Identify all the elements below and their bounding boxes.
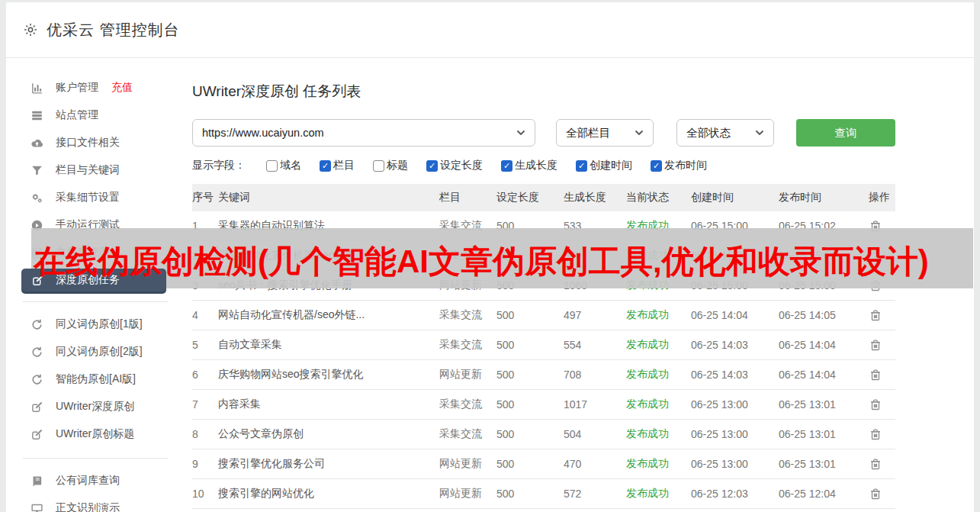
cell-created: 06-25 13:00 bbox=[691, 398, 779, 411]
watermark-text: 在线伪原创检测(几个智能AI文章伪原创工具,优化和收录而设计) bbox=[34, 240, 929, 283]
trash-icon[interactable] bbox=[869, 487, 882, 501]
trash-icon[interactable] bbox=[869, 427, 882, 442]
sidebar-item[interactable]: 正文识别演示 bbox=[6, 494, 168, 512]
cell-keyword: 庆华购物网站seo搜索引擎优化 bbox=[218, 368, 439, 382]
cell-keyword: 搜索引擎优化服务公司 bbox=[218, 457, 439, 471]
column-header: 操作 bbox=[869, 191, 895, 204]
field-checkbox[interactable]: ✓生成长度 bbox=[501, 159, 557, 172]
book-icon bbox=[31, 475, 43, 488]
cell-column: 网站更新 bbox=[439, 368, 496, 382]
trash-icon[interactable] bbox=[869, 308, 882, 323]
field-checkbox[interactable]: 标题 bbox=[373, 159, 408, 172]
cell-keyword: 内容采集 bbox=[218, 398, 439, 411]
field-checkbox-label: 标题 bbox=[387, 159, 408, 172]
checkbox-unchecked-icon[interactable] bbox=[266, 160, 278, 172]
sidebar-item[interactable]: 站点管理 bbox=[6, 101, 168, 129]
field-checkbox-label: 设定长度 bbox=[440, 159, 483, 172]
cell-column: 采集交流 bbox=[439, 338, 496, 352]
chevron-down-icon bbox=[635, 130, 644, 136]
trash-icon[interactable] bbox=[869, 368, 882, 382]
field-checkbox[interactable]: ✓创建时间 bbox=[576, 159, 632, 172]
cell-gen-length: 572 bbox=[564, 488, 626, 500]
column-header: 设定长度 bbox=[496, 191, 564, 204]
column-header: 发布时间 bbox=[779, 191, 869, 204]
sidebar-item[interactable]: 同义词伪原创[1版] bbox=[6, 311, 168, 338]
search-button[interactable]: 查询 bbox=[796, 119, 895, 147]
table-row: 9搜索引擎优化服务公司网站更新500470发布成功06-25 13:0006-2… bbox=[192, 449, 895, 479]
sidebar-item[interactable]: 同义词伪原创[2版] bbox=[6, 338, 168, 365]
cell-status: 发布成功 bbox=[626, 308, 691, 322]
table-row: 8公众号文章伪原创采集交流500504发布成功06-25 13:0006-25 … bbox=[192, 420, 895, 449]
site-select[interactable]: https://www.ucaiyun.com bbox=[192, 119, 535, 147]
cell-published: 06-25 12:04 bbox=[779, 488, 869, 500]
cell-gen-length: 708 bbox=[564, 369, 626, 381]
checkbox-checked-icon[interactable]: ✓ bbox=[651, 160, 662, 172]
sidebar-item[interactable]: 公有词库查询 bbox=[6, 467, 168, 494]
sidebar-item-label: 接口文件相关 bbox=[56, 136, 120, 150]
cell-created: 06-25 14:03 bbox=[691, 369, 779, 381]
cell-published: 06-25 14:04 bbox=[779, 339, 869, 351]
field-checkbox[interactable]: ✓栏目 bbox=[320, 159, 355, 172]
sidebar-item[interactable]: UWriter深度原创 bbox=[6, 393, 168, 420]
field-checkbox[interactable]: 域名 bbox=[266, 159, 301, 172]
cell-published: 06-25 13:01 bbox=[779, 428, 869, 440]
cell-gen-length: 554 bbox=[564, 339, 626, 351]
trash-icon[interactable] bbox=[869, 398, 882, 412]
cell-set-length: 500 bbox=[496, 398, 564, 411]
cell-published: 06-25 13:01 bbox=[779, 458, 869, 470]
edit-icon bbox=[31, 428, 43, 441]
cell-no: 8 bbox=[192, 428, 218, 440]
cell-column: 采集交流 bbox=[439, 308, 496, 322]
trash-icon[interactable] bbox=[869, 338, 882, 353]
sidebar-divider bbox=[23, 301, 168, 302]
checkbox-checked-icon[interactable]: ✓ bbox=[576, 160, 587, 172]
chevron-down-icon bbox=[755, 130, 764, 136]
cell-no: 9 bbox=[192, 458, 218, 470]
cell-created: 06-25 13:00 bbox=[691, 428, 779, 440]
trash-icon[interactable] bbox=[869, 457, 882, 472]
status-select-value: 全部状态 bbox=[686, 126, 731, 140]
bar-chart-icon bbox=[31, 82, 43, 95]
checkbox-checked-icon[interactable]: ✓ bbox=[426, 160, 438, 172]
field-checkbox[interactable]: ✓发布时间 bbox=[651, 159, 707, 172]
sidebar-item[interactable]: 栏目与关键词 bbox=[6, 156, 168, 184]
cell-no: 6 bbox=[192, 369, 218, 381]
sidebar-item[interactable]: 智能伪原创[AI版] bbox=[6, 365, 168, 393]
refresh-icon bbox=[31, 318, 43, 331]
cell-keyword: 自动文章采集 bbox=[218, 338, 439, 352]
sidebar-item[interactable]: UWriter原创标题 bbox=[6, 420, 168, 448]
sidebar-item[interactable]: 接口文件相关 bbox=[6, 129, 168, 156]
table-row: 10搜索引擎的网站优化网站更新500572发布成功06-25 12:0306-2… bbox=[192, 479, 895, 509]
recharge-badge[interactable]: 充值 bbox=[111, 81, 133, 95]
app-title: 优采云 管理控制台 bbox=[47, 20, 180, 40]
status-select[interactable]: 全部状态 bbox=[676, 119, 774, 147]
edit-icon bbox=[31, 401, 43, 414]
sidebar-item-label: 正文识别演示 bbox=[56, 501, 120, 512]
sidebar-item[interactable]: 采集细节设置 bbox=[6, 184, 168, 211]
column-header: 关键词 bbox=[218, 191, 439, 204]
monitor-icon bbox=[31, 502, 43, 512]
checkbox-unchecked-icon[interactable] bbox=[373, 160, 384, 172]
gear-icon bbox=[23, 22, 38, 37]
sidebar-item-label: UWriter原创标题 bbox=[56, 427, 134, 441]
cell-set-length: 500 bbox=[496, 458, 564, 470]
app-window: 优采云 管理控制台 账户管理充值站点管理接口文件相关栏目与关键词采集细节设置手动… bbox=[6, 2, 974, 512]
cell-created: 06-25 14:04 bbox=[691, 309, 779, 321]
table-row: 7内容采集采集交流5001017发布成功06-25 13:0006-25 13:… bbox=[192, 390, 895, 420]
filter-bar: https://www.ucaiyun.com 全部栏目 全部状态 查询 bbox=[192, 119, 974, 147]
cell-gen-length: 504 bbox=[564, 428, 626, 440]
field-checkbox-label: 生成长度 bbox=[515, 159, 557, 172]
cell-status: 发布成功 bbox=[626, 398, 691, 411]
column-select[interactable]: 全部栏目 bbox=[556, 119, 654, 147]
cell-published: 06-25 13:01 bbox=[779, 398, 869, 411]
table-header-row: 序号关键词栏目设定长度生成长度当前状态创建时间发布时间操作 bbox=[192, 184, 895, 211]
checkbox-checked-icon[interactable]: ✓ bbox=[501, 160, 512, 172]
sidebar-item-label: 采集细节设置 bbox=[56, 191, 120, 204]
field-checkbox-label: 创建时间 bbox=[590, 159, 632, 172]
field-checkbox[interactable]: ✓设定长度 bbox=[426, 159, 483, 172]
page-title: UWriter深度原创 任务列表 bbox=[192, 82, 974, 101]
field-checkbox-label: 栏目 bbox=[333, 159, 355, 172]
checkbox-checked-icon[interactable]: ✓ bbox=[320, 160, 331, 172]
cell-published: 06-25 14:04 bbox=[779, 369, 869, 381]
sidebar-item[interactable]: 账户管理充值 bbox=[6, 74, 168, 101]
